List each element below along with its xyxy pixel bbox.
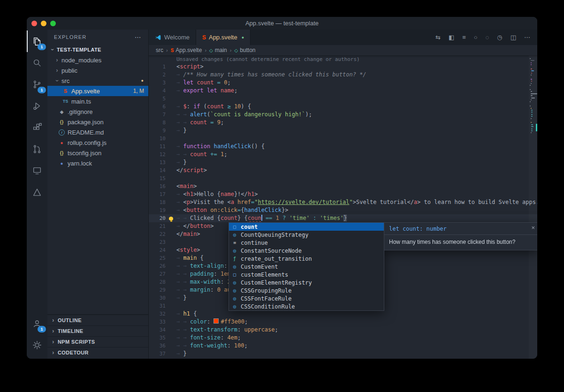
code-line: 16<main>	[149, 182, 537, 190]
extensions-icon[interactable]	[27, 117, 47, 138]
search-icon[interactable]	[27, 52, 47, 74]
explorer-more-actions-icon[interactable]: ⋯	[135, 33, 142, 41]
suggest-item-countqueuingstrategy[interactable]: ◎CountQueuingStrategy	[229, 231, 384, 239]
tab-whitespace: →	[176, 79, 183, 86]
section-npm-scripts[interactable]: ›NPM SCRIPTS	[47, 336, 148, 347]
tab-app-svelte[interactable]: SApp.svelte●	[196, 30, 251, 45]
breadcrumb: src›SApp.svelte›◇main›◇button	[149, 45, 537, 55]
github-pull-requests-icon[interactable]	[27, 138, 47, 160]
line-number: 4	[149, 87, 166, 95]
code-text: </main>	[176, 230, 200, 238]
remote-explorer-icon[interactable]	[27, 160, 47, 181]
breadcrumb-item-app-svelte[interactable]: SApp.svelte	[171, 47, 202, 53]
suggest-item-customevent[interactable]: ◎CustomEvent	[229, 263, 384, 271]
code-editor[interactable]: Unsaved changes (cannot determine recent…	[149, 55, 537, 359]
open-changes-icon[interactable]: ◧	[449, 34, 454, 41]
tab-whitespace: →	[176, 334, 183, 341]
tab-welcome[interactable]: Welcome	[149, 30, 196, 45]
code-line: 18→ <p>Visit the <a href="https://svelte…	[149, 198, 537, 206]
source-control-icon[interactable]: 1	[27, 74, 47, 95]
tab-whitespace: →	[183, 286, 190, 293]
explorer-icon[interactable]: 1	[27, 30, 47, 52]
code-line: 20→ → Clicked {count} {coun == 1 ? 'time…	[149, 214, 537, 222]
tab-whitespace: →	[176, 294, 183, 301]
accounts-icon[interactable]: 1	[27, 313, 47, 334]
tab-whitespace: →	[183, 215, 190, 221]
next-change-icon[interactable]: ◌	[486, 34, 489, 41]
titlebar[interactable]: App.svelte — test-template	[27, 17, 537, 30]
tree-item-public[interactable]: ›public	[47, 65, 148, 75]
tree-item-package-json[interactable]: {}package.json	[47, 117, 148, 127]
code-text: → → color: #ff3e00;	[176, 318, 248, 326]
minimap-line	[531, 132, 532, 133]
tab-whitespace: →	[183, 263, 190, 269]
minimap-line	[531, 128, 533, 129]
blame-icon[interactable]: ≡	[462, 34, 466, 41]
symbol-class-icon: ◎	[231, 296, 238, 301]
section-outline[interactable]: ›OUTLINE	[47, 315, 148, 325]
suggest-item-constantsourcenode[interactable]: ◎ConstantSourceNode	[229, 247, 384, 255]
code-text: → let count = 0;	[176, 79, 231, 87]
rollup-icon: ●	[58, 140, 66, 145]
workspace-root[interactable]: › TEST-TEMPLATE	[47, 45, 148, 55]
close-icon[interactable]: ×	[531, 224, 535, 231]
tree-item-rollup-config-js[interactable]: ●rollup.config.js	[47, 137, 148, 148]
tree-item-tsconfig-json[interactable]: {}tsconfig.json	[47, 148, 148, 158]
tree-item-node-modules[interactable]: ›node_modules	[47, 55, 148, 65]
tree-item-yarn-lock[interactable]: ●yarn.lock	[47, 158, 148, 168]
suggest-item-continue[interactable]: ≡continue	[229, 239, 384, 247]
tab-whitespace: →	[176, 318, 183, 325]
tree-item--gitignore[interactable]: ◆.gitignore	[47, 106, 148, 117]
suggest-item-cssconditionrule[interactable]: ◎CSSConditionRule	[229, 302, 384, 310]
minimap[interactable]	[529, 55, 537, 359]
tab-whitespace: →	[176, 103, 183, 110]
suggest-item-create_out_transition[interactable]: ƒcreate_out_transition	[229, 255, 384, 263]
settings-gear-icon[interactable]	[27, 334, 47, 356]
minimap-line	[531, 81, 532, 82]
azure-icon[interactable]	[27, 181, 47, 203]
breadcrumb-item-main[interactable]: ◇main	[209, 47, 227, 53]
code-line: 9→ }	[149, 127, 537, 135]
tree-item-readme-md[interactable]: iREADME.md	[47, 127, 148, 137]
minimize-window-button[interactable]	[41, 21, 46, 26]
breadcrumb-label: main	[215, 47, 227, 53]
minimap-line	[531, 79, 533, 80]
compare-changes-icon[interactable]: ⇆	[435, 34, 441, 41]
lightbulb-icon[interactable]	[169, 217, 173, 220]
tab-whitespace: →	[176, 71, 183, 78]
tree-item-label: src	[61, 77, 69, 84]
line-number: 12	[149, 151, 166, 158]
code-text: → → Clicked {count} {coun == 1 ? 'time' …	[176, 214, 347, 222]
suggest-item-count[interactable]: □count	[229, 223, 384, 231]
suggest-item-customelements[interactable]: □customElements	[229, 271, 384, 279]
suggest-item-cssfontfacerule[interactable]: ◎CSSFontFaceRule	[229, 294, 384, 302]
suggest-details: let count: number × How many times has s…	[384, 222, 537, 250]
breadcrumb-item-src[interactable]: src	[156, 47, 163, 53]
suggest-item-cssgroupingrule[interactable]: ◎CSSGroupingRule	[229, 286, 384, 294]
yarn-icon: ●	[58, 161, 66, 166]
svelte-icon: S	[202, 34, 206, 41]
run-debug-icon[interactable]	[27, 95, 47, 117]
prev-change-icon[interactable]: ○	[474, 34, 478, 41]
suggest-item-customelementregistry[interactable]: ◎CustomElementRegistry	[229, 279, 384, 286]
tree-item-app-svelte[interactable]: SApp.svelte1, M	[47, 86, 148, 96]
tree-item-src[interactable]: ›src●	[47, 75, 148, 86]
timeline-icon[interactable]: ◷	[497, 34, 502, 41]
symbol-class-icon: ◎	[231, 232, 238, 237]
zoom-window-button[interactable]	[50, 21, 56, 26]
badge-count: 1	[38, 326, 46, 332]
section-timeline[interactable]: ›TIMELINE	[47, 325, 148, 336]
code-text: → function handleClick() {	[176, 143, 265, 151]
section-codetour[interactable]: ›CODETOUR	[47, 347, 148, 358]
code-line: 34→ → text-transform: uppercase;	[149, 326, 537, 334]
chevron-down-icon: ›	[49, 47, 56, 53]
close-window-button[interactable]	[31, 21, 37, 26]
tab-whitespace: →	[176, 215, 183, 221]
suggest-list: □count◎CountQueuingStrategy≡continue◎Con…	[229, 222, 384, 311]
split-editor-icon[interactable]: ◫	[511, 34, 516, 41]
breadcrumb-item-button[interactable]: ◇button	[234, 47, 255, 53]
tab-whitespace: →	[183, 342, 190, 349]
tree-item-main-ts[interactable]: TSmain.ts	[47, 96, 148, 106]
more-actions-icon[interactable]: ⋯	[524, 34, 530, 41]
suggest-item-label: CSSGroupingRule	[241, 287, 291, 294]
